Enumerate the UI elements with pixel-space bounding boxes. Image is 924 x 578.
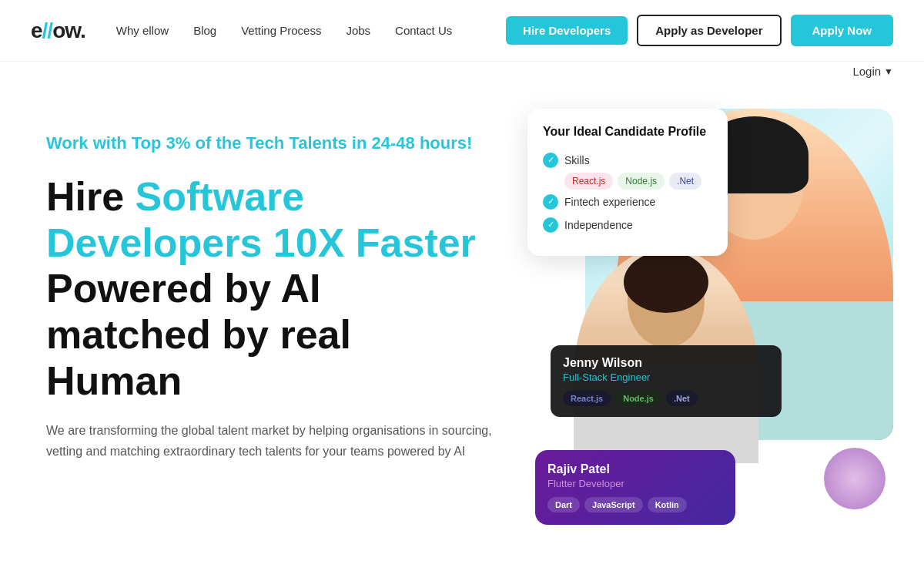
- hero-description: We are transforming the global talent ma…: [46, 420, 508, 462]
- skills-tags: React.js Node.js .Net: [564, 173, 712, 190]
- tag-react: React.js: [564, 173, 613, 190]
- rajiv-name: Rajiv Patel: [547, 462, 723, 476]
- rajiv-patel-card: Rajiv Patel Flutter Developer Dart JavaS…: [535, 450, 735, 525]
- hero-title: Hire SoftwareDevelopers 10X Faster Power…: [46, 174, 512, 405]
- skills-label: Skills: [564, 154, 590, 166]
- nav-vetting-process[interactable]: Vetting Process: [241, 24, 321, 37]
- skills-check-icon: ✓: [543, 153, 558, 168]
- jenny-role: Full-Stack Engineer: [563, 371, 769, 383]
- fintech-check-icon: ✓: [543, 194, 558, 210]
- candidate-profile-card: Your Ideal Candidate Profile ✓ Skills Re…: [527, 109, 728, 256]
- apply-now-button[interactable]: Apply Now: [791, 15, 894, 46]
- nav-contact-us[interactable]: Contact Us: [395, 24, 452, 37]
- tag-nodejs: Node.js: [618, 173, 665, 190]
- hero-title-hire: Hire: [46, 174, 136, 219]
- login-button[interactable]: Login ▼: [852, 65, 893, 78]
- apply-as-developer-button[interactable]: Apply as Developer: [637, 15, 781, 46]
- navbar: e//ow. Why ellow Blog Vetting Process Jo…: [0, 0, 924, 62]
- independence-row: ✓ Independence: [543, 217, 712, 233]
- login-row: Login ▼: [0, 62, 924, 78]
- tag-net: .Net: [669, 173, 701, 190]
- independence-check-icon: ✓: [543, 217, 558, 233]
- rajiv-tag-dart: Dart: [547, 497, 580, 512]
- candidate-card-title: Your Ideal Candidate Profile: [543, 124, 712, 140]
- rajiv-tag-kotlin: Kotlin: [648, 497, 687, 512]
- jenny-name: Jenny Wilson: [563, 356, 769, 370]
- fintech-row: ✓ Fintech experience: [543, 194, 712, 210]
- jenny-wilson-card: Jenny Wilson Full-Stack Engineer React.j…: [551, 345, 782, 417]
- nav-why-ellow[interactable]: Why ellow: [116, 24, 169, 37]
- independence-label: Independence: [564, 219, 633, 231]
- nav-right: Hire Developers Apply as Developer Apply…: [506, 15, 893, 46]
- jenny-tag-node: Node.js: [615, 391, 661, 406]
- jenny-tags: React.js Node.js .Net: [563, 391, 769, 406]
- hero-section: Work with Top 3% of the Tech Talents in …: [0, 78, 924, 571]
- jenny-tag-net: .Net: [666, 391, 698, 406]
- jenny-tag-react: React.js: [563, 391, 611, 406]
- person2-hair: [624, 251, 708, 313]
- skills-row: ✓ Skills: [543, 153, 712, 168]
- fintech-label: Fintech experience: [564, 196, 655, 208]
- nav-links: Why ellow Blog Vetting Process Jobs Cont…: [116, 24, 506, 37]
- rajiv-tag-js: JavaScript: [584, 497, 643, 512]
- hero-left: Work with Top 3% of the Tech Talents in …: [46, 109, 512, 571]
- hire-developers-button[interactable]: Hire Developers: [506, 16, 628, 45]
- nav-blog[interactable]: Blog: [193, 24, 216, 37]
- chevron-down-icon: ▼: [884, 66, 893, 77]
- nav-jobs[interactable]: Jobs: [346, 24, 370, 37]
- rajiv-role: Flutter Developer: [547, 478, 723, 489]
- hero-title-powered: Powered by AImatched by realHuman: [46, 266, 351, 403]
- decorative-blob: [824, 448, 886, 509]
- logo[interactable]: e//ow.: [31, 18, 85, 43]
- hero-tagline: Work with Top 3% of the Tech Talents in …: [46, 132, 512, 156]
- hero-right: Your Ideal Candidate Profile ✓ Skills Re…: [512, 109, 893, 571]
- rajiv-tags: Dart JavaScript Kotlin: [547, 497, 723, 512]
- login-label: Login: [852, 65, 881, 78]
